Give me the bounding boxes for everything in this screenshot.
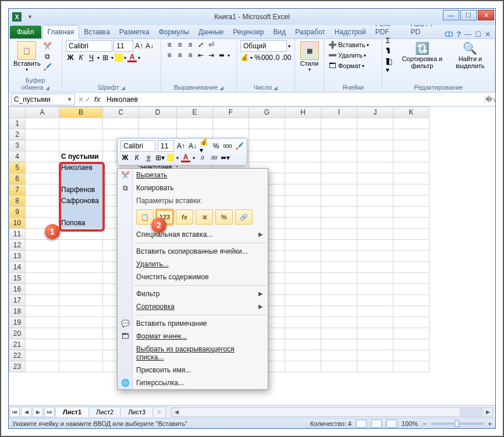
ctx-sort[interactable]: Сортировка▶ (118, 300, 268, 313)
cell-I21[interactable] (321, 339, 357, 350)
col-header-J[interactable]: J (357, 107, 393, 118)
cell-K12[interactable] (393, 240, 430, 251)
cell-K15[interactable] (393, 273, 430, 284)
row-header-7[interactable]: 7 (9, 184, 26, 196)
cell-J11[interactable] (357, 229, 393, 240)
cell-H12[interactable] (285, 240, 321, 251)
cell-J10[interactable] (357, 218, 393, 229)
qat-dropdown[interactable]: ▼ (27, 14, 33, 20)
shrink-font-icon[interactable]: A↓ (145, 41, 154, 51)
cell-K17[interactable] (393, 295, 430, 306)
cell-J20[interactable] (357, 328, 393, 339)
mini-italic[interactable]: К (132, 153, 141, 162)
cell-G3[interactable] (249, 140, 285, 151)
font-name-selector[interactable] (66, 40, 112, 52)
cell-B13[interactable] (59, 251, 103, 262)
insert-cells-icon[interactable]: ➕ (328, 40, 337, 49)
cell-B10[interactable]: Попова (59, 218, 103, 229)
paste-option-formatting[interactable]: % (215, 209, 233, 225)
row-header-12[interactable]: 12 (9, 240, 26, 251)
ctx-define-name[interactable]: Присвоить имя... (118, 364, 268, 376)
cell-B2[interactable] (59, 129, 103, 140)
cell-I3[interactable] (321, 140, 357, 151)
cell-I4[interactable] (321, 151, 357, 162)
workbook-restore[interactable]: ☐ (475, 30, 481, 38)
cell-H22[interactable] (285, 350, 321, 361)
cell-J8[interactable] (357, 196, 393, 207)
font-color-button[interactable]: А (127, 53, 137, 62)
cell-A17[interactable] (26, 295, 59, 306)
cell-A15[interactable] (26, 273, 59, 284)
cell-A22[interactable] (26, 350, 59, 361)
grid-area[interactable]: ABCDEFGHIJK1234С пустыми5НиколаевНиколае… (9, 106, 495, 405)
cell-I8[interactable] (321, 196, 357, 207)
cell-A1[interactable] (26, 118, 59, 129)
font-size-selector[interactable] (113, 40, 133, 52)
cell-I13[interactable] (321, 251, 357, 262)
cell-H17[interactable] (285, 295, 321, 306)
select-all-corner[interactable] (9, 107, 26, 118)
cell-I5[interactable] (321, 162, 357, 173)
mini-align-center[interactable]: ≡ (144, 153, 153, 162)
mini-dec-decimal[interactable]: .00 (209, 153, 218, 162)
cell-I14[interactable] (321, 262, 357, 273)
sheet-tab-2[interactable]: Лист2 (88, 407, 121, 417)
cell-B22[interactable] (59, 350, 103, 361)
cell-K9[interactable] (393, 207, 430, 218)
cell-K6[interactable] (393, 173, 430, 184)
cell-A20[interactable] (26, 328, 59, 339)
paste-option-formulas[interactable]: fx (176, 209, 193, 225)
row-header-18[interactable]: 18 (9, 306, 26, 317)
fx-icon[interactable]: fx (91, 95, 103, 104)
col-header-E[interactable]: E (177, 107, 213, 118)
cell-H20[interactable] (285, 328, 321, 339)
cell-K13[interactable] (393, 251, 430, 262)
cell-H13[interactable] (285, 251, 321, 262)
row-header-19[interactable]: 19 (9, 317, 26, 328)
cell-F1[interactable] (213, 118, 249, 129)
align-middle-icon[interactable]: ≡ (175, 40, 184, 49)
minimize-button[interactable]: — (443, 10, 459, 20)
col-header-B[interactable]: B (59, 107, 103, 118)
cell-J3[interactable] (357, 140, 393, 151)
merge-icon[interactable]: ⬌ (217, 51, 226, 60)
ribbon-minimize-icon[interactable]: ↀ (445, 30, 453, 38)
font-dialog-launcher[interactable]: ◢ (121, 85, 125, 91)
cell-G2[interactable] (249, 129, 285, 140)
cell-K3[interactable] (393, 140, 430, 151)
cell-H7[interactable] (285, 184, 321, 196)
row-header-9[interactable]: 9 (9, 207, 26, 218)
maximize-button[interactable]: ☐ (460, 10, 477, 20)
cell-H6[interactable] (285, 173, 321, 184)
view-layout-icon[interactable] (371, 420, 382, 428)
cell-A6[interactable] (26, 173, 59, 184)
row-header-14[interactable]: 14 (9, 262, 26, 273)
cell-J16[interactable] (357, 284, 393, 295)
mini-font-name[interactable] (120, 140, 155, 152)
cell-K7[interactable] (393, 184, 430, 196)
ctx-hyperlink[interactable]: 🌐Гиперссылка... (118, 376, 268, 389)
ctx-paste-special[interactable]: Специальная вставка...▶ (118, 228, 268, 241)
cell-I19[interactable] (321, 317, 357, 328)
cell-B6[interactable] (59, 173, 103, 184)
row-header-8[interactable]: 8 (9, 196, 26, 207)
mini-merge[interactable]: ⬌▾ (221, 153, 230, 162)
row-header-23[interactable]: 23 (9, 361, 26, 372)
cell-B8[interactable]: Сафронова (59, 196, 103, 207)
sheet-nav-prev[interactable]: ◀ (21, 407, 31, 417)
align-left-icon[interactable]: ≡ (165, 51, 174, 60)
mini-currency[interactable]: 💰▾ (200, 141, 209, 151)
view-break-icon[interactable] (386, 420, 397, 428)
cell-J1[interactable] (357, 118, 393, 129)
tab-addins[interactable]: Надстрой (330, 26, 371, 38)
paste-option-link[interactable]: 🔗 (235, 209, 253, 225)
cell-B23[interactable] (59, 361, 103, 372)
cell-I2[interactable] (321, 129, 357, 140)
cell-J17[interactable] (357, 295, 393, 306)
cell-J23[interactable] (357, 361, 393, 372)
row-header-3[interactable]: 3 (9, 140, 26, 151)
dec-decimal-icon[interactable]: .00 (282, 53, 291, 62)
cell-A16[interactable] (26, 284, 59, 295)
name-box[interactable]: С_пустыми▼ (11, 94, 75, 105)
cell-J18[interactable] (357, 306, 393, 317)
